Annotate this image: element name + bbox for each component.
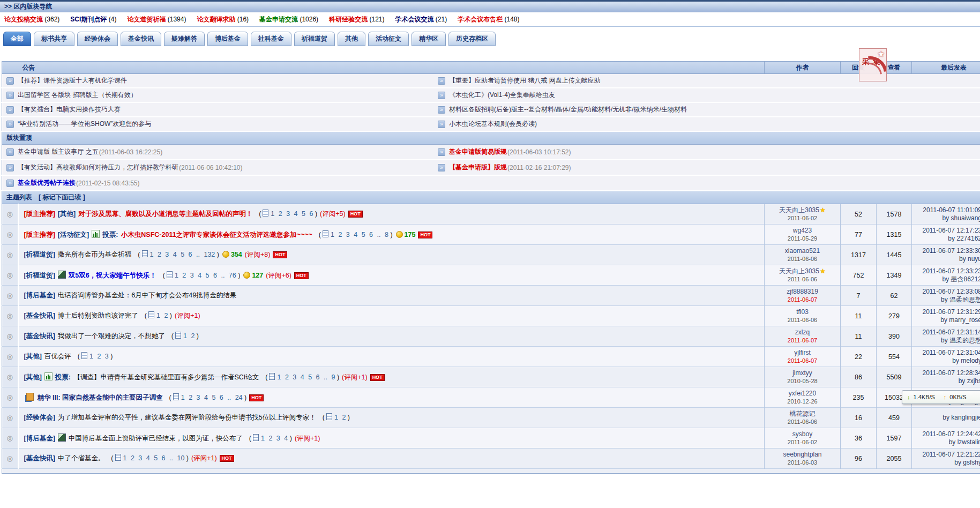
thread-title-link[interactable]: 中了个省基金。 — [58, 454, 105, 462]
forum-link[interactable]: 论文道贺祈福 (1394) — [127, 15, 186, 24]
thread-title-link[interactable]: 为了增加基金评审的公平性，建议基金委在网评阶段给每份申请书找5位以上评阅专家！ — [58, 414, 316, 421]
topic-tag[interactable]: [祈福道贺] — [24, 272, 55, 279]
page-links[interactable]: (1 2 3 4 5 6 .. 76 ) — [163, 272, 241, 279]
filter-tab[interactable]: 活动征文 — [368, 32, 409, 46]
topic-tag[interactable]: [博后基金] — [24, 292, 55, 299]
filter-tab[interactable]: 全部 — [3, 32, 31, 46]
topic-tag[interactable]: [经验体会] — [24, 414, 55, 421]
thread-title-link[interactable]: 对于涉及黑幕、腐败以及小道消息等主题帖及回帖的声明！ — [78, 210, 252, 218]
author-link[interactable]: yxfei1220 — [765, 390, 840, 398]
sticky-link[interactable]: 基金申请版简易版规 — [449, 147, 507, 156]
page-numbers[interactable]: 1 2 3 4 5 6 .. 9 — [277, 373, 335, 381]
topic-tag[interactable]: [版主推荐] — [24, 210, 55, 218]
page-links[interactable]: (1 2 3 ) — [78, 353, 113, 360]
author-link[interactable]: 桃花源记 — [765, 410, 840, 418]
lastpost-user-link[interactable]: by gsfshy — [912, 459, 980, 467]
page-numbers[interactable]: 1 2 3 4 5 6 .. 132 — [150, 251, 215, 258]
page-links[interactable]: (1 2 ) — [145, 312, 172, 319]
thread-title-link[interactable]: 电话咨询博管办基金处：6月中下旬才会公布49批博金的结果 — [58, 292, 236, 299]
thread-title-link[interactable]: 博士后特别资助也该评完了 — [58, 312, 138, 319]
announcement-link[interactable]: 材料区各版招聘(后备)版主--复合材料/晶体/金属/功能材料/无机非/微米纳米/… — [449, 105, 687, 114]
sticky-link[interactable]: 基金版优秀帖子连接 — [18, 178, 76, 188]
sticky-link[interactable]: 【有奖活动】高校教师如何对待压力，怎样搞好教学科研 — [18, 163, 178, 172]
page-links[interactable]: (1 2 ) — [323, 414, 350, 421]
author-link[interactable]: wg423 — [765, 227, 840, 235]
announcement-link[interactable]: 《木虫化工》(Vol1-4)全集奉献给虫友 — [449, 91, 555, 100]
author-link[interactable]: zxlzq — [765, 328, 840, 337]
announcement-link[interactable]: 小木虫论坛基本规则(会员必读) — [449, 119, 537, 129]
author-link[interactable]: 天天向上3035★ — [765, 206, 840, 214]
forum-link[interactable]: 论文投稿交流 (362) — [4, 15, 59, 24]
sticky-link[interactable]: 基金申请版 版主议事厅 之五 — [18, 147, 99, 156]
page-links[interactable]: (1 2 3 4 5 6 .. 9 ) — [265, 373, 339, 381]
page-links[interactable]: (1 2 3 4 5 6 .. 8 ) — [319, 231, 393, 238]
page-links[interactable]: (1 2 ) — [171, 332, 199, 340]
topic-tag[interactable]: [版主推荐] — [24, 231, 55, 238]
filter-tab[interactable]: 社科基金 — [251, 32, 291, 46]
lastpost-user-link[interactable]: by marry_rose — [912, 316, 980, 324]
page-numbers[interactable]: 1 2 3 4 5 6 .. 8 — [331, 231, 388, 238]
topic-tag[interactable]: [其他] — [58, 210, 76, 218]
forum-link[interactable]: 论文翻译求助 (16) — [197, 15, 249, 24]
thread-title-link[interactable]: 中国博后基金面上资助评审已经结束，以图为证，快公布了 — [69, 435, 243, 442]
forum-link[interactable]: 学术会议布告栏 (148) — [458, 15, 519, 24]
filter-tab[interactable]: 基金快讯 — [121, 32, 161, 46]
page-numbers[interactable]: 1 2 3 4 5 6 .. 76 — [175, 272, 236, 279]
filter-tab[interactable]: 历史存档区 — [448, 32, 496, 46]
collect-stamp-button[interactable]: ★ 采集 — [859, 48, 887, 81]
lastpost-user-link[interactable]: by kanglingjie — [912, 414, 980, 422]
announcement-link[interactable]: 【重要】应助者请暂停使用 猪八戒 网盘上传文献应助 — [449, 76, 601, 85]
topic-tag[interactable]: [祈福道贺] — [24, 251, 55, 258]
page-numbers[interactable]: 1 2 3 — [89, 353, 109, 360]
forum-link[interactable]: 科研经验交流 (121) — [329, 15, 384, 24]
lastpost-user-link[interactable]: by zxjhs — [912, 377, 980, 385]
announcement-link[interactable]: 【推荐】课件资源版十大有机化学课件 — [18, 76, 127, 85]
thread-title-link[interactable]: 百优会评 — [44, 353, 71, 360]
page-numbers[interactable]: 1 2 — [334, 414, 346, 421]
page-links[interactable]: (1 2 3 4 5 6 .. 24 ) — [169, 394, 247, 401]
author-link[interactable]: 天天向上3035★ — [765, 267, 840, 275]
page-links[interactable]: (1 2 3 4 5 6 ) — [259, 210, 317, 218]
announcement-link[interactable]: “毕业特别活动——学位袍SHOW”欢迎您的参与 — [18, 119, 151, 129]
lastpost-user-link[interactable]: by 墨含86212 — [912, 275, 980, 283]
page-numbers[interactable]: 1 2 3 4 5 6 — [271, 210, 313, 218]
lastpost-user-link[interactable]: by 2274162 — [912, 235, 980, 243]
filter-tab[interactable]: 博后基金 — [207, 32, 248, 46]
filter-tab[interactable]: 标书共享 — [34, 32, 74, 46]
announcement-link[interactable]: 【有奖擂台】电脑实用操作技巧大赛 — [18, 105, 121, 114]
topic-tag[interactable]: [基金快讯] — [24, 332, 55, 340]
page-links[interactable]: (1 2 3 4 5 6 .. 132 ) — [138, 251, 219, 258]
sticky-link[interactable]: 【基金申请版】版规 — [449, 163, 507, 172]
thread-title-link[interactable]: 【调查】申请青年基金研究基础里面有多少篇第一作者SCI论文 — [73, 373, 259, 381]
lastpost-user-link[interactable]: by shuaiwang — [912, 214, 980, 222]
filter-tab[interactable]: 经验体会 — [77, 32, 118, 46]
page-links[interactable]: (1 2 3 4 ) — [249, 435, 292, 442]
lastpost-user-link[interactable]: by melody — [912, 357, 980, 365]
page-links[interactable]: (1 2 3 4 5 6 .. 10 ) — [111, 454, 189, 462]
filter-tab[interactable]: 疑难解答 — [164, 32, 205, 46]
thread-title-link[interactable]: 我做出了一个艰难的决定，不想她了 — [58, 332, 165, 340]
forum-link[interactable]: 学术会议交流 (21) — [395, 15, 447, 24]
filter-tab[interactable]: 精华区 — [412, 32, 446, 46]
author-link[interactable]: seebrightplan — [765, 451, 840, 459]
author-link[interactable]: yjlfirst — [765, 349, 840, 357]
thread-title-link[interactable]: 精华 III: 国家自然基金能中的主要因子调查 — [38, 394, 163, 401]
topic-tag[interactable]: [活动征文] — [58, 231, 89, 238]
lastpost-user-link[interactable]: by lzwstalin — [912, 438, 980, 446]
thread-title-link[interactable]: 撒光所有金币为基金祈福 — [58, 251, 132, 258]
author-link[interactable]: tfl03 — [765, 308, 840, 316]
thread-title-link[interactable]: 小木虫NSFC-2011之评审专家谈体会征文活动评选邀您参加~~~~ — [121, 231, 312, 238]
author-link[interactable]: xiaomao521 — [765, 247, 840, 255]
lastpost-user-link[interactable]: by 温柔的思想 — [912, 296, 980, 304]
lastpost-user-link[interactable]: by 温柔的思想 — [912, 337, 980, 345]
topic-tag[interactable]: [博后基金] — [24, 435, 55, 442]
author-link[interactable]: zjf8888319 — [765, 288, 840, 296]
page-numbers[interactable]: 1 2 3 4 5 6 .. 10 — [123, 454, 185, 462]
author-link[interactable]: jlmxtyy — [765, 369, 840, 377]
lastpost-user-link[interactable]: by nuyu — [912, 255, 980, 263]
page-numbers[interactable]: 1 2 — [156, 312, 168, 319]
forum-link[interactable]: SCI期刊点评 (4) — [70, 15, 116, 24]
filter-tab[interactable]: 其他 — [338, 32, 365, 46]
topic-tag[interactable]: [基金快讯] — [24, 454, 55, 462]
page-numbers[interactable]: 1 2 3 4 5 6 .. 24 — [181, 394, 243, 401]
